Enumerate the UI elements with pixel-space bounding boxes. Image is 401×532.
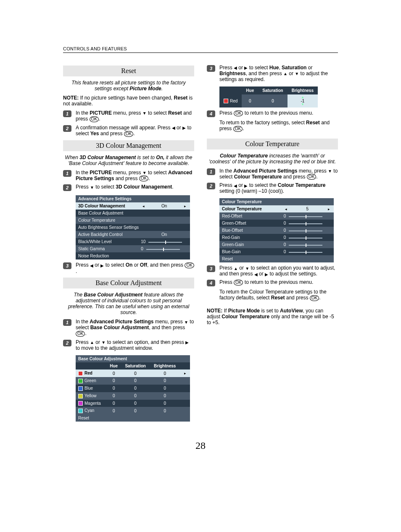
down-icon: ▼: [90, 185, 94, 190]
reset-step1: In the PICTURE menu, press ▼ to select R…: [76, 110, 194, 122]
reset-intro: This feature resets all picture settings…: [65, 80, 193, 92]
step-badge: 3: [207, 65, 215, 72]
ct-step4: Press OK to return to the previous menu.…: [219, 279, 338, 304]
down-icon: ▼: [142, 170, 147, 175]
step-badge: 2: [63, 125, 71, 132]
step-badge: 1: [63, 170, 71, 177]
ok-icon: OK: [234, 280, 243, 286]
ok-icon: OK: [307, 174, 316, 180]
section-bca-title: Base Colour Adjustment: [63, 278, 194, 288]
left-icon: ◀: [234, 183, 237, 188]
section-3d-title: 3D Colour Management: [63, 140, 194, 151]
ct-note: NOTE: If Picture Mode is set to AutoView…: [207, 308, 338, 325]
step-badge: 1: [63, 319, 71, 326]
ct-step2: Press ◀ or ▶ to select the Colour Temper…: [219, 182, 338, 194]
step-badge: 3: [63, 262, 71, 269]
bca-step3: Press ◀ or ▶ to select Hue, Saturation o…: [219, 65, 338, 82]
bca-step4: Press OK to return to the previous menu.…: [219, 110, 338, 135]
section-reset-title: Reset: [63, 66, 194, 76]
left-icon: ◀: [254, 272, 258, 277]
osd-colour-temp: Colour TemperatureColour Temperature◂5▸R…: [219, 198, 334, 262]
osd-red-adjust: Hue Saturation Brightness Red 0 0 ▲-1▼: [219, 86, 318, 107]
ok-icon: OK: [90, 116, 99, 122]
3d-intro: When 3D Colour Management is set to On, …: [65, 155, 193, 166]
3d-step1: In the PICTURE menu, press ▼ to select A…: [76, 170, 194, 182]
left-icon: ◀: [234, 66, 237, 70]
step-badge: 2: [63, 184, 71, 191]
ok-icon: OK: [233, 126, 243, 132]
ct-step1: In the Advanced Picture Settings menu, p…: [219, 168, 338, 180]
right-icon: ▶: [182, 126, 186, 130]
up-icon: ▲: [234, 266, 238, 271]
bca-step2: Press ▲ or ▼ to select an option, and th…: [76, 339, 194, 351]
right-icon: ▶: [265, 272, 268, 277]
step-badge: 1: [207, 168, 215, 175]
osd-advanced-picture: Advanced Picture Settings3D Colour Manag…: [76, 195, 190, 259]
ok-icon: OK: [76, 331, 85, 337]
left-icon: ◀: [172, 126, 175, 130]
page-header: CONTROLS AND FEATURES: [63, 46, 338, 53]
ok-icon: OK: [234, 110, 243, 116]
right-icon: ▶: [185, 340, 189, 345]
step-badge: 1: [63, 110, 71, 117]
down-icon: ▼: [328, 169, 332, 173]
osd-base-colour: Base Colour AdjustmentHueSaturationBrigh…: [76, 355, 190, 422]
down-icon: ▼: [101, 340, 106, 345]
bca-intro: The Base Colour Adjustment feature allow…: [65, 292, 193, 315]
step-badge: 4: [207, 280, 215, 286]
reset-step2: A confirmation message will appear. Pres…: [76, 125, 194, 137]
bca-step1: In the Advanced Picture Settings menu, p…: [76, 319, 194, 337]
3d-step3: Press ◀ or ▶ to select On or Off, and th…: [76, 262, 194, 274]
step-badge: 2: [63, 340, 71, 346]
left-icon: ◀: [90, 263, 93, 268]
ct-step3: Press ▲ or ▼ to select an option you wan…: [219, 265, 338, 277]
up-icon: ▲: [90, 340, 94, 345]
ct-intro: Colour Temperature increases the 'warmth…: [208, 153, 336, 165]
step-badge: 3: [207, 265, 215, 272]
ok-icon: OK: [124, 131, 133, 137]
ok-icon: OK: [185, 262, 194, 268]
ok-icon: OK: [310, 295, 319, 301]
3d-step2: Press ▼ to select 3D Colour Management.: [76, 184, 194, 190]
step-badge: 2: [207, 183, 215, 189]
ok-icon: OK: [139, 176, 148, 181]
down-icon: ▼: [184, 320, 188, 325]
up-icon: ▲: [283, 71, 288, 76]
down-icon: ▼: [142, 111, 147, 115]
step-badge: 4: [207, 110, 215, 117]
down-icon: ▼: [245, 266, 249, 271]
down-icon: ▼: [295, 71, 299, 76]
reset-note: NOTE: If no picture settings have been c…: [63, 95, 194, 107]
page-number: 28: [63, 440, 338, 451]
section-ct-title: Colour Temperature: [207, 139, 338, 149]
